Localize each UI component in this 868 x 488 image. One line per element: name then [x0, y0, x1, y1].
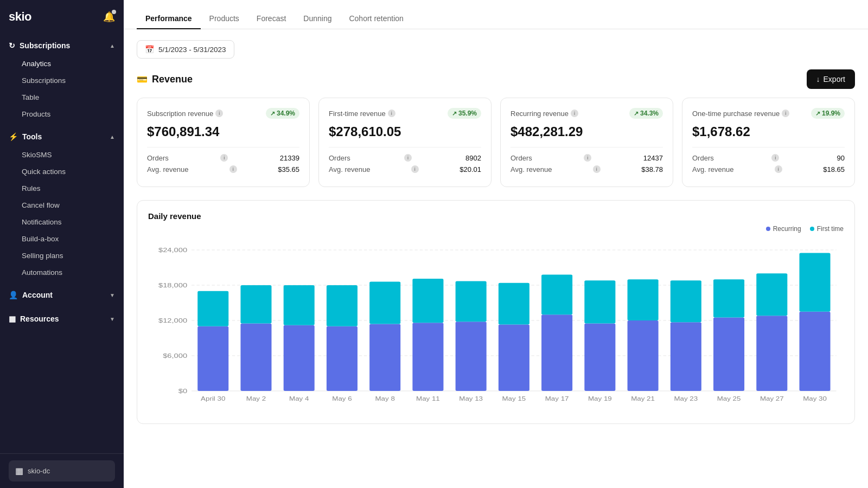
sidebar-item-subscriptions[interactable]: Subscriptions [0, 72, 124, 89]
badge-arrow-subscription: ↗ [270, 110, 275, 117]
sidebar-section-account-header[interactable]: 👤 Account ▼ [0, 285, 124, 305]
tools-icon: ⚡ [9, 132, 18, 141]
svg-rect-25 [412, 323, 443, 391]
svg-rect-22 [369, 324, 400, 391]
info-icon-avg-ot[interactable]: i [775, 165, 782, 173]
chart-svg: $0$6,000$12,000$18,000$24,000April 30May… [148, 239, 844, 413]
svg-text:$0: $0 [178, 388, 187, 395]
svg-rect-49 [756, 316, 787, 391]
info-icon-avg-sub[interactable]: i [229, 165, 237, 173]
revenue-section-header: 💳 Revenue ↓ Export [137, 69, 855, 89]
info-icon-orders-rec[interactable]: i [584, 154, 591, 162]
metric-cards-grid: Subscription revenue i ↗ 34.9% $760,891.… [137, 98, 855, 187]
svg-text:May 27: May 27 [760, 396, 784, 402]
legend-recurring: Recurring [766, 225, 801, 233]
info-icon-avg-rec[interactable]: i [593, 165, 601, 173]
bell-dot [112, 10, 116, 14]
svg-text:May 2: May 2 [246, 396, 266, 402]
value-one-time: $1,678.62 [692, 124, 845, 139]
tab-products[interactable]: Products [201, 9, 248, 29]
legend-first-time: First time [810, 225, 844, 233]
subscriptions-chevron: ▲ [110, 43, 115, 49]
sidebar-item-analytics[interactable]: Analytics [0, 55, 124, 72]
badge-recurring: ↗ 34.3% [629, 108, 663, 119]
workspace-label: skio-dc [28, 467, 50, 475]
sidebar-item-cancel-flow[interactable]: Cancel flow [0, 197, 124, 214]
date-range-label: 5/1/2023 - 5/31/2023 [158, 46, 226, 54]
sidebar-item-notifications[interactable]: Notifications [0, 214, 124, 230]
svg-text:May 6: May 6 [332, 396, 352, 402]
svg-rect-53 [800, 253, 831, 311]
svg-rect-19 [327, 326, 358, 391]
svg-rect-40 [628, 320, 659, 391]
card-label-subscription: Subscription revenue i [147, 110, 223, 118]
metric-card-recurring-revenue: Recurring revenue i ↗ 34.3% $482,281.29 … [500, 98, 673, 187]
workspace-selector[interactable]: ▦ skio-dc [9, 460, 115, 481]
workspace-icon: ▦ [15, 466, 23, 476]
info-icon-orders-ot[interactable]: i [771, 154, 779, 162]
resources-label: Resources [20, 314, 59, 323]
info-icon-avg-ft[interactable]: i [411, 165, 419, 173]
sidebar-item-quick-actions[interactable]: Quick actions [0, 163, 124, 180]
tools-chevron: ▲ [110, 134, 115, 140]
svg-text:$24,000: $24,000 [158, 247, 187, 254]
svg-rect-52 [800, 312, 831, 391]
tab-dunning[interactable]: Dunning [295, 9, 340, 29]
info-icon-orders-sub[interactable]: i [220, 154, 228, 162]
sidebar-item-skiosms[interactable]: SkioSMS [0, 146, 124, 163]
sidebar-header: skio 🔔 [0, 0, 124, 34]
export-button[interactable]: ↓ Export [807, 69, 855, 89]
info-icon-subscription[interactable]: i [215, 110, 223, 117]
sidebar-item-table[interactable]: Table [0, 89, 124, 106]
tab-performance[interactable]: Performance [137, 9, 201, 29]
sidebar-item-build-a-box[interactable]: Build-a-box [0, 230, 124, 247]
metric-card-subscription-revenue: Subscription revenue i ↗ 34.9% $760,891.… [137, 98, 310, 187]
logo: skio [9, 10, 31, 24]
resources-icon: ▦ [9, 314, 16, 323]
sidebar-section-tools-header[interactable]: ⚡ Tools ▲ [0, 127, 124, 146]
svg-rect-31 [499, 325, 529, 391]
sidebar-section-account: 👤 Account ▼ [0, 283, 124, 307]
sidebar-item-products[interactable]: Products [0, 106, 124, 123]
chart-title: Daily revenue [148, 211, 844, 221]
svg-rect-10 [197, 326, 228, 391]
sidebar-section-resources-header[interactable]: ▦ Resources ▼ [0, 309, 124, 329]
date-range-picker[interactable]: 📅 5/1/2023 - 5/31/2023 [137, 40, 234, 59]
svg-text:May 13: May 13 [459, 396, 483, 402]
info-icon-recurring[interactable]: i [571, 110, 578, 117]
badge-arrow-recurring: ↗ [634, 110, 639, 117]
account-chevron: ▼ [110, 292, 115, 298]
svg-text:$6,000: $6,000 [163, 352, 187, 359]
orders-one-time: Orders i 90 [692, 154, 845, 162]
svg-rect-43 [671, 322, 701, 391]
svg-rect-26 [412, 279, 443, 323]
svg-rect-29 [456, 281, 487, 322]
tab-cohort-retention[interactable]: Cohort retention [340, 9, 412, 29]
notification-bell[interactable]: 🔔 [103, 11, 115, 23]
avg-revenue-first-time: Avg. revenue i $20.01 [329, 165, 481, 174]
info-icon-first-time[interactable]: i [388, 110, 395, 117]
info-icon-one-time[interactable]: i [782, 110, 789, 117]
metric-card-first-time-revenue: First-time revenue i ↗ 35.9% $278,610.05… [318, 98, 492, 187]
value-subscription: $760,891.34 [147, 124, 299, 139]
content-area: 📅 5/1/2023 - 5/31/2023 💳 Revenue ↓ Expor… [124, 29, 868, 488]
svg-rect-13 [240, 323, 271, 391]
svg-rect-32 [499, 283, 529, 325]
value-recurring: $482,281.29 [510, 124, 663, 139]
svg-rect-20 [327, 285, 358, 326]
svg-rect-23 [369, 282, 400, 324]
info-icon-orders-ft[interactable]: i [404, 154, 412, 162]
svg-rect-28 [456, 322, 487, 391]
sidebar-item-automations[interactable]: Automations [0, 264, 124, 281]
badge-subscription: ↗ 34.9% [266, 108, 299, 119]
svg-rect-41 [628, 279, 659, 320]
sidebar-section-subscriptions-header[interactable]: ↻ Subscriptions ▲ [0, 36, 124, 55]
svg-rect-16 [284, 325, 315, 391]
orders-recurring: Orders i 12437 [510, 154, 663, 162]
sidebar-item-selling-plans[interactable]: Selling plans [0, 247, 124, 264]
svg-rect-47 [713, 279, 744, 317]
orders-first-time: Orders i 8902 [329, 154, 481, 162]
sidebar-item-rules[interactable]: Rules [0, 180, 124, 197]
tab-forecast[interactable]: Forecast [248, 9, 295, 29]
svg-text:May 25: May 25 [717, 396, 741, 402]
